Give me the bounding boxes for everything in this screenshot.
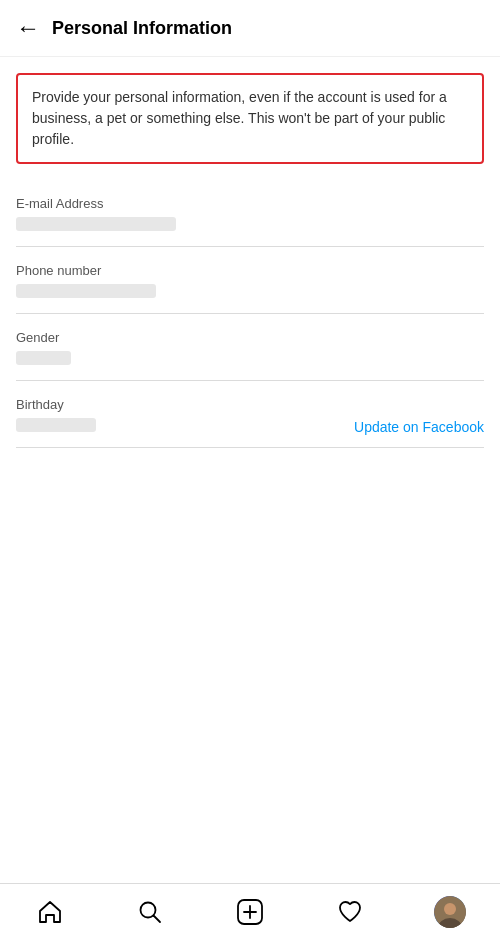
phone-field-group[interactable]: Phone number [16,247,484,314]
birthday-value [16,418,96,435]
gender-field-group[interactable]: Gender [16,314,484,381]
nav-add[interactable] [226,894,274,930]
add-icon [236,898,264,926]
birthday-row: Update on Facebook [16,418,484,435]
birthday-field-group[interactable]: Birthday Update on Facebook [16,381,484,448]
svg-point-6 [444,903,456,915]
nav-search[interactable] [126,894,174,930]
email-blurred-value [16,217,176,231]
birthday-label: Birthday [16,397,484,412]
gender-blurred-value [16,351,71,365]
svg-line-1 [154,916,161,923]
email-label: E-mail Address [16,196,484,211]
gender-value [16,351,484,368]
birthday-blurred-value [16,418,96,432]
home-icon [37,899,63,925]
info-banner-text: Provide your personal information, even … [32,89,447,147]
nav-home[interactable] [26,894,74,930]
nav-likes[interactable] [326,894,374,930]
email-value [16,217,484,234]
phone-label: Phone number [16,263,484,278]
page-title: Personal Information [52,18,232,39]
nav-profile[interactable] [426,894,474,930]
search-icon [137,899,163,925]
phone-value [16,284,484,301]
gender-label: Gender [16,330,484,345]
bottom-nav [0,883,500,950]
info-banner: Provide your personal information, even … [16,73,484,164]
email-field-group[interactable]: E-mail Address [16,180,484,247]
back-button[interactable]: ← [16,12,48,44]
avatar [434,896,466,928]
fields-container: E-mail Address Phone number Gender Birth… [0,180,500,883]
avatar-image [434,896,466,928]
heart-icon [337,899,363,925]
header: ← Personal Information [0,0,500,57]
update-on-facebook-link[interactable]: Update on Facebook [354,419,484,435]
phone-blurred-value [16,284,156,298]
